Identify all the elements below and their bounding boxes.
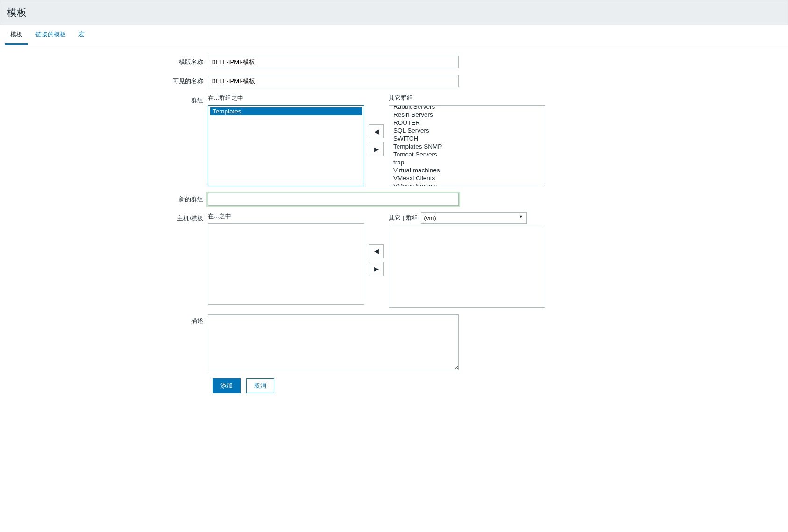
- groups-label: 群组: [5, 94, 208, 105]
- move-left-button[interactable]: ◀: [369, 124, 384, 138]
- triangle-left-icon: ◀: [374, 248, 379, 255]
- hosts-templates-label: 主机/模板: [5, 212, 208, 223]
- cancel-button[interactable]: 取消: [246, 378, 274, 393]
- tab-template[interactable]: 模板: [5, 26, 28, 45]
- description-label: 描述: [5, 314, 208, 325]
- other-hosts-label: 其它 | 群组: [389, 214, 418, 222]
- page-title: 模板: [0, 0, 788, 25]
- move-right-button[interactable]: ▶: [369, 142, 384, 156]
- tabs-bar: 模板 链接的模板 宏: [0, 26, 788, 45]
- add-button[interactable]: 添加: [213, 378, 241, 393]
- list-item[interactable]: Rabbit Servers: [391, 105, 543, 111]
- list-item[interactable]: Templates: [210, 107, 362, 115]
- in-hosts-listbox[interactable]: [208, 223, 364, 305]
- other-groups-listbox[interactable]: Rabbit Servers Resin Servers ROUTER SQL …: [389, 105, 545, 186]
- hosts-move-left-button[interactable]: ◀: [369, 244, 384, 258]
- template-name-input[interactable]: [208, 56, 459, 68]
- tab-macros[interactable]: 宏: [73, 26, 90, 45]
- new-group-label: 新的群组: [5, 193, 208, 204]
- template-form: 模版名称 可见的名称 群组 在...群组之中 Templates ◀ ▶: [0, 45, 788, 404]
- triangle-right-icon: ▶: [374, 146, 379, 153]
- in-groups-label: 在...群组之中: [208, 94, 364, 102]
- in-groups-listbox[interactable]: Templates: [208, 105, 364, 186]
- description-textarea[interactable]: [208, 314, 459, 370]
- visible-name-input[interactable]: [208, 75, 459, 87]
- in-hosts-label: 在...之中: [208, 212, 364, 220]
- list-item[interactable]: ROUTER: [391, 119, 543, 127]
- list-item[interactable]: VMesxi Clients: [391, 174, 543, 182]
- hosts-move-right-button[interactable]: ▶: [369, 262, 384, 276]
- list-item[interactable]: SWITCH: [391, 135, 543, 142]
- group-selector[interactable]: (vm): [421, 212, 527, 224]
- list-item[interactable]: trap: [391, 158, 543, 166]
- list-item[interactable]: VMesxi Servers: [391, 182, 543, 186]
- triangle-right-icon: ▶: [374, 265, 379, 272]
- list-item[interactable]: Resin Servers: [391, 111, 543, 119]
- new-group-input[interactable]: [208, 193, 459, 206]
- other-groups-label: 其它群组: [389, 94, 545, 102]
- tab-linked-templates[interactable]: 链接的模板: [30, 26, 71, 45]
- list-item[interactable]: Virtual machines: [391, 166, 543, 174]
- list-item[interactable]: SQL Servers: [391, 127, 543, 135]
- triangle-left-icon: ◀: [374, 128, 379, 135]
- visible-name-label: 可见的名称: [5, 75, 208, 85]
- list-item[interactable]: Templates SNMP: [391, 142, 543, 150]
- template-name-label: 模版名称: [5, 56, 208, 66]
- list-item[interactable]: Tomcat Servers: [391, 150, 543, 158]
- other-hosts-listbox[interactable]: [389, 227, 545, 308]
